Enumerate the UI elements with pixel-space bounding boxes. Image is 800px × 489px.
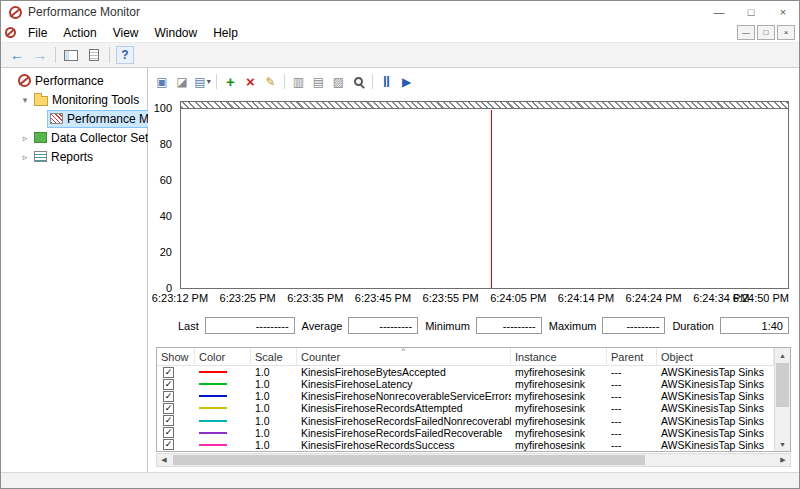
- tree-item[interactable]: ▹ Data Collector Sets: [1, 128, 147, 147]
- show-checkbox[interactable]: ✓: [163, 439, 174, 450]
- forward-button[interactable]: →: [30, 45, 50, 65]
- export-list-button[interactable]: [84, 45, 104, 65]
- stat-field: Last ---------: [178, 317, 295, 334]
- paste-counter-list-button[interactable]: ▤: [309, 72, 328, 91]
- scale-cell: 1.0: [251, 366, 297, 378]
- tree-item[interactable]: Performance Monitor: [1, 109, 147, 128]
- counter-row[interactable]: ✓ 1.0 KinesisFirehoseRecordsFailedNonrec…: [157, 415, 774, 427]
- scroll-down-icon[interactable]: ▼: [775, 437, 790, 451]
- show-checkbox[interactable]: ✓: [163, 427, 174, 438]
- menu-item[interactable]: Help: [205, 24, 246, 42]
- app-icon: [9, 6, 22, 19]
- column-header-instance[interactable]: Instance: [511, 348, 607, 365]
- column-header-counter[interactable]: Counter^: [297, 348, 511, 365]
- chart-type-button[interactable]: ▤▾: [193, 72, 212, 91]
- child-close-button[interactable]: ×: [777, 25, 795, 40]
- show-checkbox[interactable]: ✓: [163, 379, 174, 390]
- show-checkbox[interactable]: ✓: [163, 403, 174, 414]
- stat-field: Average ---------: [302, 317, 419, 334]
- show-hide-console-tree-button[interactable]: [61, 45, 81, 65]
- child-minimize-button[interactable]: —: [737, 25, 755, 40]
- column-header-show[interactable]: Show: [157, 348, 195, 365]
- menu-item[interactable]: File: [20, 24, 55, 42]
- tree-item-label: Reports: [51, 150, 93, 164]
- freeze-display-button[interactable]: ‖: [377, 72, 396, 91]
- forward-arrow-icon: →: [33, 47, 47, 63]
- help-icon: ?: [116, 46, 134, 64]
- tree-item-icon: [34, 151, 47, 162]
- horizontal-scroll-track[interactable]: [171, 454, 776, 466]
- scale-cell: 1.0: [251, 415, 297, 427]
- counter-legend-table: Show Color Scale Counter^ Instance Paren…: [156, 347, 791, 452]
- graph-plot-area[interactable]: [180, 101, 789, 289]
- horizontal-scroll-thumb[interactable]: [173, 455, 645, 465]
- column-header-color[interactable]: Color: [195, 348, 251, 365]
- counter-row[interactable]: ✓ 1.0 KinesisFirehoseBytesAccepted myfir…: [157, 366, 774, 378]
- checkmark-icon: ✓: [165, 392, 173, 401]
- counter-row[interactable]: ✓ 1.0 KinesisFirehoseRecordsFailedRecove…: [157, 427, 774, 439]
- x-tick-label: 6:24:05 PM: [490, 292, 546, 304]
- scroll-up-icon[interactable]: ▲: [775, 348, 790, 362]
- x-tick-label: 6:24:14 PM: [558, 292, 614, 304]
- x-tick-label: 6:23:35 PM: [287, 292, 343, 304]
- checkmark-icon: ✓: [165, 416, 173, 425]
- instance-cell: myfirehosesink: [511, 415, 607, 427]
- properties-button[interactable]: ▨: [329, 72, 348, 91]
- console-tree-icon: [64, 50, 78, 61]
- chart-type-icon: ▤: [194, 76, 205, 88]
- add-counter-button[interactable]: +: [221, 72, 240, 91]
- scroll-left-icon[interactable]: ◀: [157, 454, 171, 466]
- vertical-scroll-thumb[interactable]: [776, 363, 789, 407]
- stat-value-box: ---------: [602, 317, 665, 334]
- copy-properties-button[interactable]: ▥: [289, 72, 308, 91]
- counter-color-swatch: [199, 407, 227, 409]
- tree-expander-icon[interactable]: ▹: [19, 152, 31, 162]
- horizontal-scrollbar[interactable]: ◀ ▶: [156, 453, 791, 467]
- scroll-right-icon[interactable]: ▶: [776, 454, 790, 466]
- tree-expander-icon[interactable]: ▾: [19, 95, 31, 105]
- checkmark-icon: ✓: [165, 404, 173, 413]
- counter-row[interactable]: ✓ 1.0 KinesisFirehoseNonrecoverableServi…: [157, 390, 774, 402]
- counter-cell: KinesisFirehoseRecordsFailedRecoverable: [297, 427, 511, 439]
- zoom-button[interactable]: [349, 72, 368, 91]
- maximize-button[interactable]: □: [735, 1, 767, 23]
- x-tick-label: 6:23:45 PM: [355, 292, 411, 304]
- counter-cell: KinesisFirehoseRecordsAttempted: [297, 402, 511, 414]
- y-tick-label: 100: [154, 102, 172, 114]
- show-checkbox[interactable]: ✓: [163, 391, 174, 402]
- instance-cell: myfirehosesink: [511, 427, 607, 439]
- help-button[interactable]: ?: [115, 45, 135, 65]
- show-checkbox[interactable]: ✓: [163, 367, 174, 378]
- counter-row[interactable]: ✓ 1.0 KinesisFirehoseRecordsSuccess myfi…: [157, 439, 774, 451]
- show-checkbox[interactable]: ✓: [163, 415, 174, 426]
- parent-cell: ---: [607, 390, 657, 402]
- tree-expander-icon[interactable]: ▹: [19, 133, 31, 143]
- column-header-object[interactable]: Object: [657, 348, 774, 365]
- tree-item[interactable]: ▾ Monitoring Tools: [1, 90, 147, 109]
- column-header-parent[interactable]: Parent: [607, 348, 657, 365]
- scale-cell: 1.0: [251, 439, 297, 451]
- highlight-button[interactable]: ✎: [261, 72, 280, 91]
- update-data-button[interactable]: ▶: [397, 72, 416, 91]
- clear-display-button[interactable]: ◪: [173, 72, 192, 91]
- minimize-button[interactable]: —: [703, 1, 735, 23]
- counter-row[interactable]: ✓ 1.0 KinesisFirehoseRecordsAttempted my…: [157, 402, 774, 414]
- copy-properties-icon: ▥: [293, 76, 304, 88]
- parent-cell: ---: [607, 402, 657, 414]
- tree-item[interactable]: Performance: [1, 71, 147, 90]
- vertical-scroll-track[interactable]: [775, 362, 790, 437]
- close-button[interactable]: ×: [767, 1, 799, 23]
- delete-counter-button[interactable]: ×: [241, 72, 260, 91]
- back-button[interactable]: ←: [7, 45, 27, 65]
- console-tree-panel: Performance ▾ Monitoring Tools Perf: [1, 68, 148, 472]
- menu-item[interactable]: Action: [55, 24, 104, 42]
- tree-item[interactable]: ▹ Reports: [1, 147, 147, 166]
- view-current-activity-button[interactable]: ▣: [153, 72, 172, 91]
- child-restore-button[interactable]: □: [757, 25, 775, 40]
- menu-item[interactable]: Window: [147, 24, 206, 42]
- menu-item[interactable]: View: [105, 24, 147, 42]
- column-header-scale[interactable]: Scale: [251, 348, 297, 365]
- checkmark-icon: ✓: [165, 428, 173, 437]
- counter-row[interactable]: ✓ 1.0 KinesisFirehoseLatency myfirehoses…: [157, 378, 774, 390]
- vertical-scrollbar[interactable]: ▲ ▼: [774, 348, 790, 451]
